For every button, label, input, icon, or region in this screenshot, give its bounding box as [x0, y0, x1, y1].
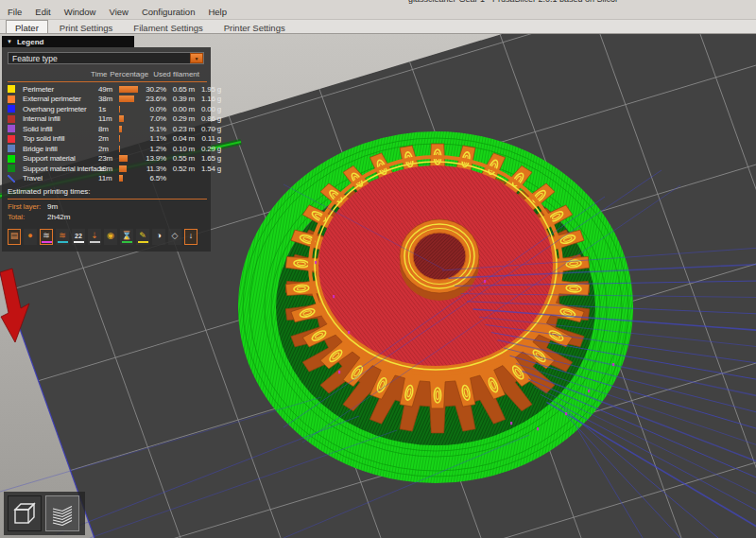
feature-type-icon[interactable]: ≋: [40, 229, 53, 245]
view-mode-dropdown[interactable]: Feature type ▼: [8, 52, 204, 64]
legend-row: Overhang perimeter1s0.0%0.00 m0.00 g: [8, 104, 207, 114]
feature-percentage: 1.1%: [142, 134, 166, 143]
percentage-bar: [119, 135, 142, 142]
legend-panel: Feature type ▼ Time Percentage Used fila…: [2, 47, 211, 252]
percentage-bar: [119, 95, 142, 102]
first-layer-value: 9m: [47, 202, 58, 211]
feature-length: 0.52 m: [166, 165, 195, 173]
column-percentage: Percentage: [110, 70, 153, 79]
feature-percentage: 1.2%: [142, 145, 166, 153]
feature-color-swatch: [8, 145, 15, 152]
feature-weight: 1.95 g: [195, 85, 221, 94]
tool-icon[interactable]: ◉: [104, 229, 117, 245]
feature-weight: 1.16 g: [195, 95, 221, 103]
print-layers-icon[interactable]: ▤: [8, 229, 21, 245]
feature-label: Support material interface: [23, 165, 98, 173]
column-time: Time: [91, 70, 110, 79]
first-layer-label: First layer:: [8, 202, 47, 211]
percentage-bar: [119, 86, 142, 93]
model-icon[interactable]: ●: [24, 229, 37, 245]
travel-paths-icon[interactable]: ↓: [184, 229, 198, 245]
tab-print-settings[interactable]: Print Settings: [50, 20, 123, 33]
feature-weight: 0.29 g: [195, 145, 221, 153]
menu-configuration[interactable]: Configuration: [142, 7, 196, 17]
width-icon[interactable]: 22: [72, 229, 85, 245]
feature-time: 18m: [98, 165, 119, 173]
shells-icon[interactable]: ◑: [152, 229, 165, 245]
dropdown-button[interactable]: ▼: [190, 53, 203, 63]
feature-color-swatch: [8, 115, 15, 123]
legend-toolbar: ▤●≋≋22⇣◉⌛✎◑◇↓: [8, 229, 207, 245]
feature-percentage: 11.3%: [142, 165, 166, 173]
total-label: Total:: [8, 213, 47, 221]
feature-weight: 0.11 g: [195, 134, 221, 143]
feature-length: 0.00 m: [166, 105, 195, 113]
feature-percentage: 13.9%: [142, 154, 166, 163]
feature-label: External perimeter: [23, 95, 98, 103]
feature-percentage: 5.1%: [142, 125, 166, 133]
printing-times-heading: Estimated printing times:: [8, 187, 207, 197]
legend-title: Legend: [17, 38, 43, 46]
feature-percentage: 30.2%: [142, 85, 166, 94]
feature-percentage: 6.5%: [142, 174, 166, 182]
view-mode-value: Feature type: [9, 54, 190, 63]
fan-speed-icon[interactable]: ✎: [136, 229, 149, 245]
menu-file[interactable]: File: [8, 7, 22, 17]
feature-length: 0.55 m: [166, 154, 195, 163]
menu-window[interactable]: Window: [64, 7, 96, 17]
tab-printer-settings[interactable]: Printer Settings: [215, 20, 295, 33]
view-toggle-bar: [4, 492, 85, 535]
tab-filament-settings[interactable]: Filament Settings: [124, 20, 212, 33]
feature-label: Bridge infill: [23, 145, 98, 153]
first-layer-time-row: First layer: 9m: [8, 201, 207, 212]
feature-label: Support material: [23, 154, 98, 163]
feature-color-swatch: [8, 135, 15, 143]
feature-time: 2m: [98, 145, 119, 153]
legend-row: External perimeter38m23.6%0.39 m1.16 g: [8, 95, 207, 105]
height-icon[interactable]: ≋: [56, 229, 69, 245]
feature-time: 1s: [98, 105, 119, 113]
feature-label: Travel: [23, 174, 98, 182]
separator: [8, 199, 207, 200]
feature-length: 0.10 m: [166, 145, 195, 153]
feature-time: 49m: [98, 85, 119, 94]
feature-time: 2m: [98, 134, 119, 143]
feature-color-swatch: [8, 105, 15, 113]
percentage-bar: [119, 155, 142, 162]
tab-plater[interactable]: Plater: [6, 20, 48, 33]
feature-color-swatch: [8, 155, 15, 163]
menu-view[interactable]: View: [109, 7, 128, 17]
wireframe-icon[interactable]: ◇: [168, 229, 181, 245]
feature-percentage: 0.0%: [142, 105, 166, 113]
percentage-bar: [119, 115, 142, 122]
speed-icon[interactable]: ⇣: [88, 229, 101, 245]
legend-row: Travel11m6.5%: [8, 174, 207, 184]
view-3d-button[interactable]: [8, 495, 42, 531]
feature-color-swatch: [8, 85, 15, 93]
legend-column-headers: Time Percentage Used filament: [8, 70, 207, 79]
menu-help[interactable]: Help: [208, 7, 227, 17]
percentage-bar: [119, 175, 142, 182]
feature-length: 0.04 m: [166, 134, 195, 143]
view-preview-button[interactable]: [45, 495, 79, 531]
legend-header[interactable]: ▼ Legend: [2, 36, 134, 47]
feature-length: 0.29 m: [166, 114, 195, 123]
feature-percentage: 23.6%: [142, 95, 166, 103]
chevron-down-icon: ▼: [195, 56, 199, 61]
legend-row: Support material23m13.9%0.55 m1.65 g: [8, 154, 207, 165]
feature-length: 0.39 m: [166, 95, 195, 103]
feature-percentage: 7.0%: [142, 114, 166, 123]
time-icon[interactable]: ⌛: [120, 229, 133, 245]
window-title: glasscleaner-Gear 1 - PrusaSlicer 2.0.1 …: [408, 0, 618, 4]
feature-color-swatch: [8, 95, 15, 103]
feature-time: 11m: [98, 174, 119, 182]
feature-weight: 0.00 g: [195, 105, 221, 113]
percentage-bar: [119, 146, 142, 152]
separator: [8, 81, 207, 82]
total-value: 2h42m: [47, 213, 70, 221]
legend-row: Support material interface18m11.3%0.52 m…: [8, 164, 207, 174]
menu-edit[interactable]: Edit: [35, 7, 50, 17]
feature-label: Top solid infill: [23, 134, 98, 143]
feature-time: 8m: [98, 125, 119, 133]
feature-time: 23m: [98, 154, 119, 163]
